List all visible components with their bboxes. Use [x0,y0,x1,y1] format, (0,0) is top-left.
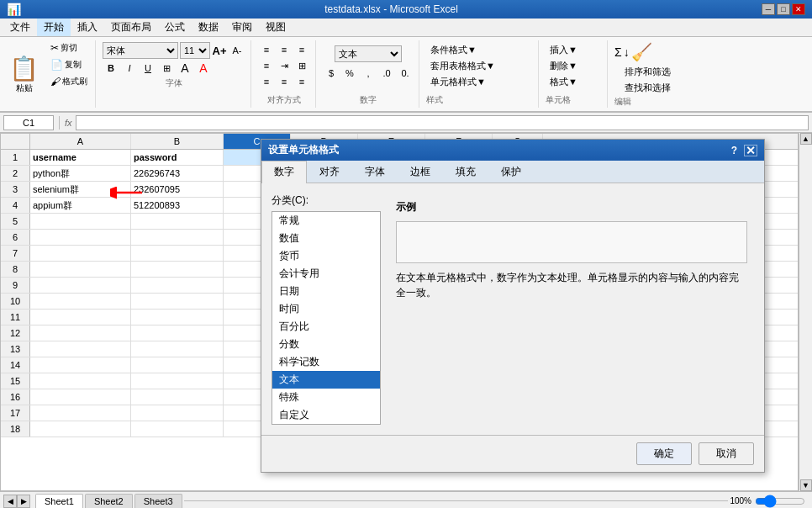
dialog-tab-border[interactable]: 边框 [398,161,443,183]
cell-b3[interactable]: 232607095 [131,182,224,197]
ok-button[interactable]: 确定 [636,442,692,465]
cell-style-button[interactable]: 单元格样式▼ [426,74,533,90]
cell-a17[interactable] [30,405,131,421]
cut-button[interactable]: ✂剪切 [46,40,92,56]
cell-b2[interactable]: 226296743 [131,166,224,181]
dialog-tab-font[interactable]: 字体 [352,161,398,183]
scroll-sheets-left[interactable]: ◀ [3,495,17,508]
vertical-scrollbar[interactable]: ▲ ▼ [799,133,812,491]
close-button[interactable]: ✕ [792,3,805,15]
align-top-left-button[interactable]: ≡ [258,42,275,57]
menu-view[interactable]: 视图 [259,19,293,36]
formula-input[interactable] [76,115,809,130]
category-list-item[interactable]: 自定义 [272,406,380,424]
cell-a6[interactable] [30,230,131,245]
col-header-b[interactable]: B [131,134,224,149]
cell-a2[interactable]: python群 [30,166,131,181]
conditional-format-button[interactable]: 条件格式▼ [426,42,533,58]
menu-data[interactable]: 数据 [192,19,225,36]
table-style-button[interactable]: 套用表格格式▼ [426,58,533,74]
scroll-up-button[interactable]: ▲ [800,133,812,145]
menu-review[interactable]: 审阅 [225,19,259,36]
align-bottom-right-button[interactable]: ≡ [293,74,310,89]
maximize-button[interactable]: □ [777,3,790,15]
category-list[interactable]: 常规数值货币会计专用日期时间百分比分数科学记数文本特殊自定义 [272,211,381,425]
cell-a10[interactable] [30,294,131,309]
align-top-right-button[interactable]: ≡ [293,42,310,57]
cell-b18[interactable] [131,421,224,437]
currency-button[interactable]: $ [323,66,340,81]
fill-color-button[interactable]: A [177,61,193,76]
sort-filter-button[interactable]: 排序和筛选 [614,64,680,80]
bold-button[interactable]: B [103,61,119,76]
align-top-center-button[interactable]: ≡ [276,42,293,57]
comma-button[interactable]: , [360,66,377,81]
minimize-button[interactable]: ─ [762,3,775,15]
decrease-font-button[interactable]: A- [229,43,245,58]
insert-button[interactable]: 插入▼ [546,42,602,58]
cancel-button[interactable]: 取消 [699,442,754,465]
menu-home[interactable]: 开始 [37,19,71,36]
sheet-tab-3[interactable]: Sheet3 [134,494,182,508]
delete-button[interactable]: 删除▼ [546,58,602,74]
number-format-select[interactable]: 文本 常规 数值 [335,45,402,62]
format-button[interactable]: 格式▼ [546,74,602,90]
cell-a15[interactable] [30,373,131,389]
dialog-help-button[interactable]: ? [731,145,737,156]
wrap-text-button[interactable]: ⇥ [276,58,293,73]
merge-button[interactable]: ⊞ [293,58,310,73]
menu-formulas[interactable]: 公式 [158,19,192,36]
decrease-decimal-button[interactable]: 0. [397,66,414,81]
category-list-item[interactable]: 日期 [272,283,380,300]
percent-button[interactable]: % [341,66,358,81]
cell-a12[interactable] [30,325,131,341]
category-list-item[interactable]: 百分比 [272,318,380,336]
zoom-slider[interactable] [755,495,805,508]
menu-file[interactable]: 文件 [3,19,37,36]
category-list-item[interactable]: 数值 [272,230,380,247]
font-size-select[interactable]: 11 [180,42,210,59]
category-list-item[interactable]: 会计专用 [272,265,380,283]
copy-button[interactable]: 📄复制 [46,57,92,72]
cell-a16[interactable] [30,389,131,405]
underline-button[interactable]: U [140,61,156,76]
find-select-button[interactable]: 查找和选择 [614,80,680,96]
cell-a9[interactable] [30,278,131,293]
increase-font-button[interactable]: A+ [211,43,228,58]
cell-b10[interactable] [131,294,224,309]
cell-a7[interactable] [30,246,131,261]
menu-insert[interactable]: 插入 [71,19,104,36]
cell-a11[interactable] [30,310,131,325]
category-list-item[interactable]: 分数 [272,336,380,353]
cell-b15[interactable] [131,373,224,389]
sheet-tab-2[interactable]: Sheet2 [85,494,133,508]
dialog-tab-protect[interactable]: 保护 [488,161,534,183]
category-list-item[interactable]: 常规 [272,212,380,230]
category-list-item[interactable]: 特殊 [272,389,380,406]
category-list-item[interactable]: 货币 [272,247,380,265]
cell-b7[interactable] [131,246,224,261]
cell-b6[interactable] [131,230,224,245]
cell-a5[interactable] [30,214,131,229]
sheet-tab-1[interactable]: Sheet1 [35,494,83,508]
align-middle-left-button[interactable]: ≡ [258,58,275,73]
dialog-tab-alignment[interactable]: 对齐 [307,161,352,183]
cell-b14[interactable] [131,357,224,373]
cell-a4[interactable]: appium群 [30,198,131,213]
col-header-a[interactable]: A [30,134,131,149]
font-color-button[interactable]: A [195,61,212,76]
font-name-select[interactable]: 宋体 [103,42,178,59]
category-list-item[interactable]: 科学记数 [272,353,380,371]
category-list-item[interactable]: 时间 [272,300,380,318]
dialog-tab-number[interactable]: 数字 [261,161,307,183]
cell-b16[interactable] [131,389,224,405]
cell-b8[interactable] [131,262,224,277]
border-button[interactable]: ⊞ [158,61,175,76]
dialog-tab-fill[interactable]: 填充 [443,161,488,183]
cell-a3[interactable]: selenium群 [30,182,131,197]
italic-button[interactable]: I [121,61,138,76]
align-bottom-left-button[interactable]: ≡ [258,74,275,89]
cell-b5[interactable] [131,214,224,229]
menu-layout[interactable]: 页面布局 [104,19,158,36]
cell-b9[interactable] [131,278,224,293]
